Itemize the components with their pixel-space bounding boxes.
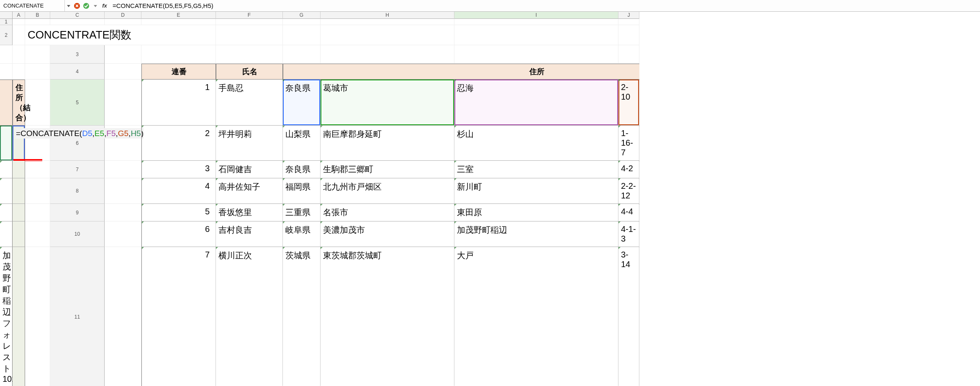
cell-num: 4-2 (618, 161, 639, 178)
cell[interactable] (25, 64, 50, 80)
column-header-D[interactable]: D (105, 12, 141, 19)
cell-result[interactable]: =CONCATENATE(D5,E5,F5,G5,H5) (13, 126, 25, 161)
cell-seq: 1 (141, 80, 216, 126)
cell[interactable] (321, 25, 454, 45)
cell[interactable] (618, 45, 639, 64)
cell[interactable] (454, 25, 618, 45)
cell[interactable] (105, 126, 141, 161)
row-header-3[interactable]: 3 (50, 45, 105, 64)
header-addr-m (321, 64, 454, 80)
cell[interactable] (283, 19, 321, 25)
column-header-J[interactable]: J (618, 12, 639, 19)
cell[interactable] (216, 45, 283, 64)
column-header-I[interactable]: I (454, 12, 618, 19)
cancel-icon[interactable] (72, 0, 82, 11)
cell-name: 石岡健吉 (216, 161, 283, 178)
cell[interactable] (13, 45, 25, 64)
fx-icon[interactable]: fx (100, 0, 109, 11)
row-header-9[interactable]: 9 (50, 204, 105, 221)
cell-result[interactable] (13, 221, 25, 247)
cell[interactable] (618, 19, 639, 25)
cell[interactable] (13, 64, 25, 80)
header-addr-m (0, 80, 13, 126)
select-all-corner[interactable] (0, 12, 13, 19)
cell[interactable] (0, 64, 13, 80)
formula-input[interactable] (109, 0, 980, 11)
cell-city: 南巨摩郡身延町 (321, 126, 454, 161)
column-header-C[interactable]: C (50, 12, 105, 19)
cell[interactable] (105, 64, 141, 80)
cell[interactable] (50, 19, 105, 25)
accept-icon[interactable] (82, 0, 91, 11)
row-header-11[interactable]: 11 (50, 247, 105, 386)
cell-area: 三室 (454, 161, 618, 178)
cell[interactable] (141, 19, 216, 25)
column-header-A[interactable]: A (13, 12, 25, 19)
cell[interactable] (25, 80, 50, 126)
cell[interactable] (25, 221, 50, 247)
cell[interactable] (216, 25, 283, 45)
cell[interactable] (216, 19, 283, 25)
cell[interactable] (321, 45, 454, 64)
row-header-2[interactable]: 2 (0, 25, 13, 45)
cell-seq: 2 (141, 126, 216, 161)
row-header-10[interactable]: 10 (50, 221, 105, 247)
cell[interactable] (141, 45, 216, 64)
cell[interactable] (13, 25, 25, 45)
cell[interactable] (105, 247, 141, 386)
row-header-5[interactable]: 5 (50, 80, 105, 126)
svg-marker-3 (94, 5, 97, 7)
cell-result[interactable] (13, 161, 25, 178)
cell[interactable] (283, 45, 321, 64)
name-box-dropdown-icon[interactable] (65, 0, 72, 11)
column-header-E[interactable]: E (141, 12, 216, 19)
cell[interactable] (25, 126, 50, 161)
row-header-7[interactable]: 7 (50, 161, 105, 178)
cell-result[interactable] (13, 247, 25, 386)
svg-marker-0 (67, 5, 70, 7)
cell-extra (0, 221, 13, 247)
cell-pref: 岐阜県 (283, 221, 321, 247)
cell[interactable] (105, 45, 141, 64)
cell[interactable] (25, 178, 50, 204)
cell[interactable] (105, 19, 141, 25)
cell[interactable] (105, 161, 141, 178)
cell-num: 3-14 (618, 247, 639, 386)
cell[interactable] (321, 19, 454, 25)
cell[interactable] (25, 161, 50, 178)
cell[interactable] (105, 178, 141, 204)
column-header-F[interactable]: F (216, 12, 283, 19)
cell[interactable] (454, 19, 618, 25)
cell-num: 4-1-3 (618, 221, 639, 247)
spreadsheet-grid[interactable]: ABCDEFGHIJ12CONCENTRATE関数34連番氏名住所住所（結合）5… (0, 12, 980, 386)
row-header-4[interactable]: 4 (50, 64, 105, 80)
column-header-B[interactable]: B (25, 12, 50, 19)
column-header-G[interactable]: G (283, 12, 321, 19)
cell-area: 東田原 (454, 204, 618, 221)
cell[interactable] (618, 25, 639, 45)
cell[interactable] (13, 19, 25, 25)
cell[interactable] (454, 45, 618, 64)
cell-num: 2-10 (618, 80, 639, 126)
fx-dropdown-icon[interactable] (91, 0, 100, 11)
cell-pref: 山梨県 (283, 126, 321, 161)
cell-city: 名張市 (321, 204, 454, 221)
row-header-1[interactable]: 1 (0, 19, 13, 25)
cell[interactable] (105, 80, 141, 126)
cell-name: 吉村良吉 (216, 221, 283, 247)
name-box[interactable]: CONCATENATE (0, 0, 65, 11)
cell-pref: 三重県 (283, 204, 321, 221)
row-header-8[interactable]: 8 (50, 178, 105, 204)
cell-city: 葛城市 (321, 80, 454, 126)
cell-result[interactable] (13, 204, 25, 221)
cell[interactable] (25, 19, 50, 25)
cell[interactable] (283, 25, 321, 45)
cell[interactable] (25, 247, 50, 386)
cell-result[interactable] (13, 178, 25, 204)
cell[interactable] (25, 204, 50, 221)
column-header-H[interactable]: H (321, 12, 454, 19)
cell[interactable] (25, 45, 50, 64)
cell[interactable] (105, 221, 141, 247)
cell[interactable] (105, 204, 141, 221)
cell[interactable] (0, 45, 13, 64)
